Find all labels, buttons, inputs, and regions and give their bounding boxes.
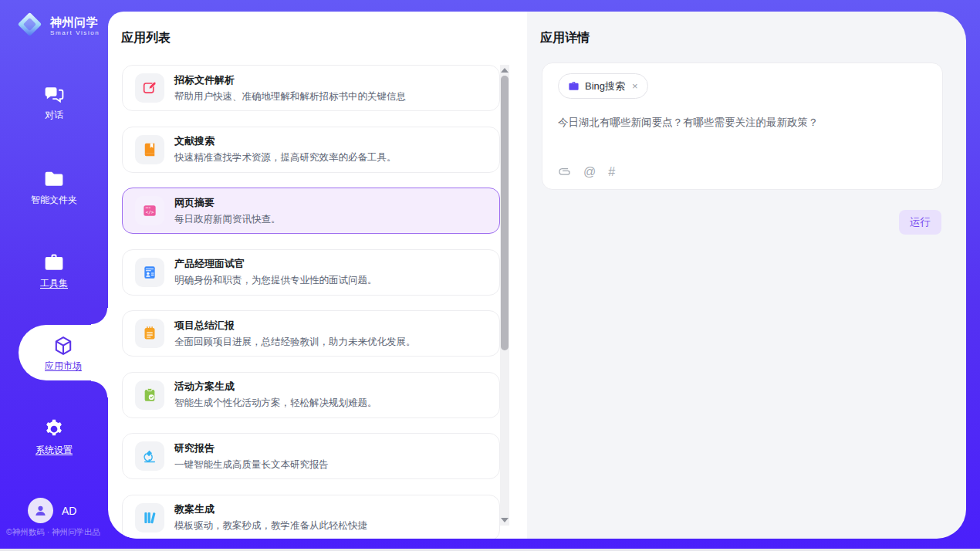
app-card[interactable]: 招标文件解析帮助用户快速、准确地理解和解析招标书中的关键信息 — [122, 65, 500, 111]
prompt-card: Bing搜索 × 今日湖北有哪些新闻要点？有哪些需要关注的最新政策？ @# — [542, 63, 943, 190]
logo-diamond-icon — [15, 10, 44, 42]
mention-icon[interactable]: @ — [583, 165, 596, 178]
sidebar-item-label: 对话 — [45, 110, 63, 120]
sidebar-item-toolset[interactable]: 工具集 — [0, 252, 108, 289]
tab-curve-bottom — [91, 380, 108, 397]
tool-tag-label: Bing搜索 — [585, 79, 625, 93]
app-name: 招标文件解析 — [174, 73, 406, 87]
sidebar-item-app-market[interactable]: 应用市场 — [19, 325, 108, 380]
app-card-text: 产品经理面试官明确身份和职责，为您提供专业性的面试问题。 — [174, 257, 377, 287]
cube-icon — [52, 335, 74, 357]
app-card-list: 招标文件解析帮助用户快速、准确地理解和解析招标书中的关键信息文献搜索快速精准查找… — [122, 65, 500, 539]
app-card-text: 文献搜索快速精准查找学术资源，提高研究效率的必备工具。 — [174, 134, 397, 164]
main-panel: 应用列表 招标文件解析帮助用户快速、准确地理解和解析招标书中的关键信息文献搜索快… — [108, 12, 966, 539]
app-logo: 神州问学 Smart Vision — [15, 10, 100, 42]
app-name: 网页摘要 — [174, 196, 281, 210]
app-name: 活动方案生成 — [174, 380, 377, 394]
app-detail-pane: 应用详情 Bing搜索 × 今日湖北有哪些新闻要点？有哪些需要关注的最新政策？ … — [527, 12, 966, 539]
sidebar-item-label: 工具集 — [40, 278, 68, 289]
scroll-up-arrow-icon[interactable] — [501, 68, 509, 73]
logo-title: 神州问学 — [50, 15, 100, 29]
app-card-text: 活动方案生成智能生成个性化活动方案，轻松解决规划难题。 — [174, 380, 377, 410]
app-detail-title: 应用详情 — [540, 30, 590, 46]
sidebar: 神州问学 Smart Vision 对话智能文件夹工具集应用市场系统设置 AD … — [0, 0, 108, 551]
app-card-text: 项目总结汇报全面回顾项目进展，总结经验教训，助力未来优化发展。 — [174, 319, 416, 349]
svg-text:</>: </> — [146, 210, 154, 215]
edit-square-icon — [135, 73, 164, 103]
logo-text: 神州问学 Smart Vision — [50, 15, 100, 36]
books-icon — [135, 503, 164, 532]
avatar — [28, 498, 53, 523]
app-card[interactable]: </>网页摘要每日政府新闻资讯快查。 — [122, 188, 500, 234]
paperclip-icon[interactable] — [558, 165, 571, 178]
app-name: 文献搜索 — [174, 134, 397, 148]
sidebar-item-label: 应用市场 — [45, 360, 82, 371]
toolbox-icon — [43, 252, 65, 273]
sidebar-item-chat[interactable]: 对话 — [0, 83, 108, 120]
scrollbar[interactable] — [500, 65, 509, 526]
app-description: 帮助用户快速、准确地理解和解析招标书中的关键信息 — [174, 90, 406, 103]
run-button[interactable]: 运行 — [899, 210, 941, 235]
tab-curve-top — [91, 308, 108, 325]
scrollbar-thumb[interactable] — [501, 76, 509, 350]
doc-person-icon — [135, 258, 164, 287]
gear-icon — [43, 418, 65, 440]
app-list-title: 应用列表 — [121, 30, 171, 46]
briefcase-icon — [568, 80, 580, 92]
app-card[interactable]: 文献搜索快速精准查找学术资源，提高研究效率的必备工具。 — [122, 127, 500, 173]
tool-tag[interactable]: Bing搜索 × — [558, 73, 648, 99]
sidebar-item-label: 智能文件夹 — [31, 194, 77, 205]
tag-close-icon[interactable]: × — [632, 80, 638, 92]
app-description: 明确身份和职责，为您提供专业性的面试问题。 — [174, 274, 377, 287]
sidebar-item-label: 系统设置 — [35, 445, 73, 455]
app-card[interactable]: 活动方案生成智能生成个性化活动方案，轻松解决规划难题。 — [122, 372, 500, 418]
book-icon — [135, 135, 164, 164]
prompt-input[interactable]: 今日湖北有哪些新闻要点？有哪些需要关注的最新政策？ — [558, 116, 927, 130]
sidebar-item-smart-folder[interactable]: 智能文件夹 — [0, 168, 108, 205]
user-account-button[interactable]: AD — [28, 498, 76, 523]
copyright: ©神州数码 · 神州问学出品 — [6, 527, 100, 538]
folder-icon — [43, 168, 65, 190]
browser-code-icon: </> — [135, 196, 164, 225]
chat-icon — [43, 83, 65, 105]
app-frame: 神州问学 Smart Vision 对话智能文件夹工具集应用市场系统设置 AD … — [0, 0, 980, 551]
app-description: 全面回顾项目进展，总结经验教训，助力未来优化发展。 — [174, 336, 416, 349]
sidebar-item-settings[interactable]: 系统设置 — [0, 418, 108, 455]
app-card[interactable]: 教案生成模板驱动，教案秒成，教学准备从此轻松快捷 — [122, 495, 500, 539]
app-card[interactable]: 研究报告一键智能生成高质量长文本研究报告 — [122, 433, 500, 479]
app-description: 智能生成个性化活动方案，轻松解决规划难题。 — [174, 397, 377, 410]
app-description: 快速精准查找学术资源，提高研究效率的必备工具。 — [174, 151, 397, 164]
app-list-pane: 应用列表 招标文件解析帮助用户快速、准确地理解和解析招标书中的关键信息文献搜索快… — [108, 12, 527, 539]
scroll-down-arrow-icon[interactable] — [501, 518, 509, 522]
app-name: 产品经理面试官 — [174, 257, 377, 271]
app-name: 研究报告 — [174, 441, 329, 455]
microscope-icon — [135, 441, 164, 471]
app-card-text: 网页摘要每日政府新闻资讯快查。 — [174, 196, 281, 226]
app-name: 教案生成 — [174, 502, 367, 516]
app-name: 项目总结汇报 — [174, 319, 416, 333]
hash-icon[interactable]: # — [608, 165, 615, 178]
clipboard-check-icon — [135, 380, 164, 410]
attachment-toolbar: @# — [558, 165, 615, 178]
logo-subtitle: Smart Vision — [50, 29, 100, 36]
app-card[interactable]: 项目总结汇报全面回顾项目进展，总结经验教训，助力未来优化发展。 — [122, 310, 500, 357]
app-description: 一键智能生成高质量长文本研究报告 — [174, 458, 329, 472]
app-card[interactable]: 产品经理面试官明确身份和职责，为您提供专业性的面试问题。 — [122, 249, 500, 296]
app-card-text: 研究报告一键智能生成高质量长文本研究报告 — [174, 441, 329, 472]
app-description: 每日政府新闻资讯快查。 — [174, 213, 281, 226]
user-label: AD — [62, 505, 76, 517]
app-card-text: 招标文件解析帮助用户快速、准确地理解和解析招标书中的关键信息 — [174, 73, 406, 103]
app-description: 模板驱动，教案秒成，教学准备从此轻松快捷 — [174, 519, 367, 532]
app-card-text: 教案生成模板驱动，教案秒成，教学准备从此轻松快捷 — [174, 502, 367, 532]
notepad-icon — [135, 319, 164, 348]
